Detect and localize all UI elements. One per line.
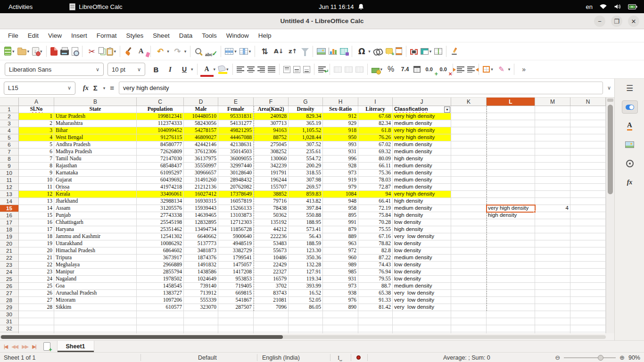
cell-C8[interactable]: 72147030	[137, 156, 184, 163]
cell-J15[interactable]: medium density	[393, 205, 451, 212]
cell-B12[interactable]: Orissa	[54, 184, 137, 191]
cell-A16[interactable]: 15	[19, 212, 54, 219]
cell-G13[interactable]: 859.83	[289, 191, 323, 198]
select-all-corner[interactable]	[0, 98, 19, 106]
cell-E31[interactable]	[218, 318, 254, 325]
cell-H10[interactable]: 973	[323, 170, 358, 177]
cell-A24[interactable]: 23	[19, 269, 54, 276]
cell-H13[interactable]: 1084	[323, 191, 358, 198]
cell-M4[interactable]	[535, 127, 570, 134]
cell-J29[interactable]: very low density	[393, 304, 451, 311]
cell-L13[interactable]	[487, 191, 535, 198]
cell-M10[interactable]	[535, 170, 570, 177]
cell-A7[interactable]: 6	[19, 148, 54, 156]
cell-M32[interactable]	[535, 325, 570, 332]
cell-K26[interactable]	[451, 283, 487, 290]
row-header-5[interactable]: 5	[0, 134, 19, 141]
cell-E14[interactable]: 16057819	[218, 198, 254, 205]
language-indicator[interactable]: English (India)	[262, 353, 300, 362]
cell-I10[interactable]: 75.36	[358, 170, 393, 177]
cell-I30[interactable]	[358, 311, 393, 318]
cell-A11[interactable]: 10	[19, 177, 54, 184]
redo-icon[interactable]: ↷▾	[171, 45, 188, 58]
cell-H4[interactable]: 918	[323, 127, 358, 134]
print-preview-icon[interactable]	[70, 46, 80, 57]
cell-A25[interactable]: 24	[19, 276, 54, 283]
sort-descending-icon[interactable]: z↑	[286, 45, 300, 58]
cell-F3[interactable]: 307713	[254, 120, 289, 127]
cell-L20[interactable]	[487, 240, 535, 247]
cell-I23[interactable]: 74.43	[358, 262, 393, 269]
cell-K3[interactable]	[451, 120, 487, 127]
column-icon[interactable]: ▾	[238, 47, 253, 56]
cell-F7[interactable]: 308252	[254, 148, 289, 156]
cell-M24[interactable]	[535, 269, 570, 276]
cell-H26[interactable]: 973	[323, 283, 358, 290]
cell-I18[interactable]: 75.55	[358, 226, 393, 233]
cell-G18[interactable]: 573.41	[289, 226, 323, 233]
cell-I4[interactable]: 61.8	[358, 127, 393, 134]
cell-M31[interactable]	[535, 318, 570, 325]
cell-K24[interactable]	[451, 269, 487, 276]
cell-I2[interactable]: 67.68	[358, 113, 393, 120]
cell-F5[interactable]: 88752	[254, 134, 289, 141]
col-header-M[interactable]: M	[535, 98, 570, 106]
cell-F16[interactable]: 50362	[254, 212, 289, 219]
decrease-indent-icon[interactable]	[466, 65, 476, 74]
cell-N25[interactable]	[570, 276, 606, 283]
cell-E4[interactable]: 49821295	[218, 127, 254, 134]
cell-I31[interactable]	[358, 318, 393, 325]
clear-formatting-icon[interactable]: A	[134, 45, 148, 58]
cell-J26[interactable]: medium density	[393, 283, 451, 290]
cell-N10[interactable]	[570, 170, 606, 177]
cell-M14[interactable]	[535, 198, 570, 205]
cell-N5[interactable]	[570, 134, 606, 141]
cell-N7[interactable]	[570, 148, 606, 156]
cell-C17[interactable]: 25545198	[137, 219, 184, 226]
merge-and-center-cells-icon[interactable]	[332, 66, 343, 74]
cell-B13[interactable]: Kerala	[54, 191, 137, 198]
cell-K11[interactable]	[451, 177, 487, 184]
cell-G7[interactable]: 235.61	[289, 148, 323, 156]
cell-L17[interactable]	[487, 219, 535, 226]
cell-E28[interactable]: 541867	[218, 297, 254, 304]
cell-H3[interactable]: 929	[323, 120, 358, 127]
cell-B19[interactable]: Jammu and Kashmir	[54, 233, 137, 240]
sidebar-settings-button[interactable]: ☰	[615, 79, 644, 98]
menu-insert[interactable]: Insert	[67, 31, 91, 41]
cell-A5[interactable]: 4	[19, 134, 54, 141]
cell-B9[interactable]: Rajasthan	[54, 163, 137, 170]
col-header-L[interactable]: L	[487, 98, 535, 106]
find-replace-icon[interactable]	[193, 46, 204, 57]
cell-H6[interactable]: 993	[323, 141, 358, 148]
cell-C32[interactable]	[137, 325, 184, 332]
cell-A22[interactable]: 21	[19, 255, 54, 262]
cell-J4[interactable]: very high density	[393, 127, 451, 134]
cell-A21[interactable]: 20	[19, 247, 54, 255]
cell-H15[interactable]: 958	[323, 205, 358, 212]
cell-N22[interactable]	[570, 255, 606, 262]
cell-I24[interactable]: 76.94	[358, 269, 393, 276]
cell-M13[interactable]	[535, 191, 570, 198]
cell-J11[interactable]: medium density	[393, 177, 451, 184]
cell-N13[interactable]	[570, 191, 606, 198]
cell-C9[interactable]: 68548437	[137, 163, 184, 170]
cell-B2[interactable]: Uttar Pradesh	[54, 113, 137, 120]
keyboard-layout-indicator[interactable]: en	[586, 3, 593, 10]
cell-J8[interactable]: high density	[393, 156, 451, 163]
cell-K23[interactable]	[451, 262, 487, 269]
cell-M1[interactable]	[535, 106, 570, 113]
cell-B31[interactable]	[54, 318, 137, 325]
cell-D29[interactable]: 323070	[184, 304, 218, 311]
row-header-2[interactable]: 2	[0, 113, 19, 120]
cell-H28[interactable]: 976	[323, 297, 358, 304]
cell-F9[interactable]: 342239	[254, 163, 289, 170]
cell-B27[interactable]: Arunachal Pradesh	[54, 290, 137, 297]
cell-L23[interactable]	[487, 262, 535, 269]
row-header-7[interactable]: 7	[0, 148, 19, 156]
row-header-26[interactable]: 26	[0, 283, 19, 290]
cell-G25[interactable]: 119.34	[289, 276, 323, 283]
sidebar-gallery-button[interactable]	[615, 135, 644, 154]
system-indicators[interactable]: en	[586, 3, 637, 10]
cell-E16[interactable]: 13103873	[218, 212, 254, 219]
